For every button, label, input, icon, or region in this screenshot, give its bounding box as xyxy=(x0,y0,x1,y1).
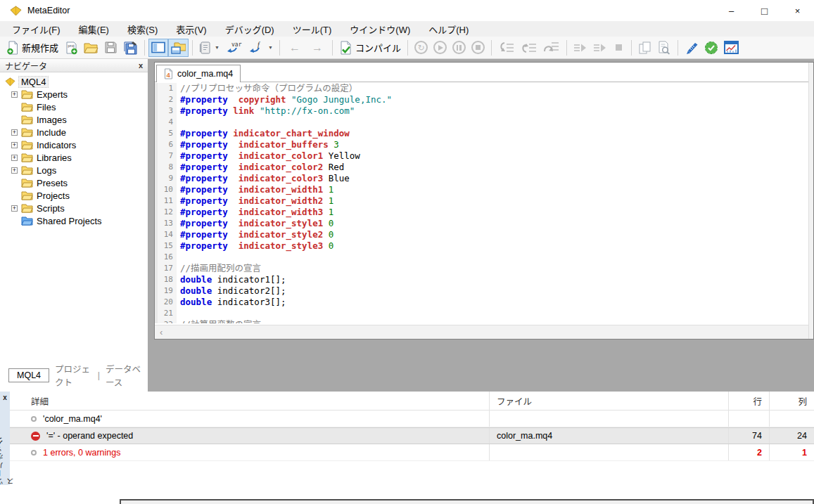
code-line[interactable]: 1//プリプロセッサ命令（プログラムの設定） xyxy=(155,83,808,94)
mql4-logo-icon xyxy=(5,77,15,86)
code-line[interactable]: 22//計算用変数の宣言 xyxy=(155,319,808,323)
expand-icon[interactable]: + xyxy=(11,129,18,136)
tree-item-include[interactable]: +Include xyxy=(0,126,148,138)
navigator-tab-mql4[interactable]: MQL4 xyxy=(8,368,49,382)
navigator-tab-プロジェクト[interactable]: プロジェクト xyxy=(49,362,98,389)
minimize-button[interactable]: – xyxy=(715,0,748,21)
expand-icon[interactable]: + xyxy=(11,205,18,212)
code-line[interactable]: 8#property indicator_color2 Red xyxy=(155,162,808,173)
menu-view[interactable]: 表示(V) xyxy=(167,21,215,37)
editor-tab-color-ma[interactable]: 4 color_ma.mq4 xyxy=(156,65,241,82)
expand-icon[interactable]: + xyxy=(11,155,18,161)
code-line[interactable]: 16 xyxy=(155,252,808,263)
code-line[interactable]: 11#property indicator_width2 1 xyxy=(155,195,808,207)
compile-button[interactable]: コンパイル xyxy=(336,39,404,57)
code-editor[interactable]: 1//プリプロセッサ命令（プログラムの設定）2#property copyrig… xyxy=(155,83,808,324)
code-text: #property indicator_chart_window xyxy=(177,128,350,139)
folder-icon xyxy=(21,127,33,137)
line-number: 7 xyxy=(158,150,177,162)
tree-item-libraries[interactable]: +Libraries xyxy=(0,151,148,164)
maximize-button[interactable]: □ xyxy=(748,0,781,21)
tree-item-projects[interactable]: Projects xyxy=(0,189,148,202)
open-file-button[interactable] xyxy=(81,39,101,57)
menu-search[interactable]: 検索(S) xyxy=(118,21,167,37)
code-line[interactable]: 10#property indicator_width1 1 xyxy=(155,184,808,195)
goto-function-button[interactable]: f ▼ xyxy=(246,39,276,57)
code-text: #property indicator_style3 0 xyxy=(177,240,333,252)
column-file: ファイル xyxy=(489,392,728,410)
code-token xyxy=(323,184,329,195)
tree-item-images[interactable]: Images xyxy=(0,113,148,126)
code-line[interactable]: 2#property copyright "Gogo Jungule,Inc." xyxy=(155,94,808,105)
toolbox-row[interactable]: 1 errors, 0 warnings21 xyxy=(10,444,814,461)
open-terminal-button[interactable] xyxy=(721,39,742,57)
tree-item-label: Projects xyxy=(37,190,70,201)
menu-help[interactable]: ヘルプ(H) xyxy=(419,21,478,37)
tree-item-scripts[interactable]: +Scripts xyxy=(0,202,148,214)
snippets-dropdown-button[interactable]: ▼ xyxy=(196,39,222,57)
tree-item-label: Files xyxy=(37,102,56,112)
tree-root-mql4[interactable]: MQL4 xyxy=(0,75,148,88)
code-line[interactable]: 9#property indicator_color3 Blue xyxy=(155,173,808,184)
code-line[interactable]: 13#property indicator_style1 0 xyxy=(155,218,808,229)
new-project-button[interactable]: proj xyxy=(61,39,81,57)
title-bar: MetaEditor – □ × xyxy=(0,0,814,21)
code-line[interactable]: 7#property indicator_color1 Yellow xyxy=(155,150,808,162)
toggle-toolbox-button[interactable] xyxy=(168,39,189,57)
styler-button[interactable] xyxy=(682,39,701,57)
code-line[interactable]: 4 xyxy=(155,117,808,128)
editor-horizontal-scrollbar[interactable]: ‹ xyxy=(155,325,808,339)
close-button[interactable]: × xyxy=(781,0,814,21)
menu-debug[interactable]: デバッグ(D) xyxy=(216,21,284,37)
scroll-left-arrow-icon[interactable]: ‹ xyxy=(160,327,163,337)
expand-icon[interactable]: + xyxy=(11,91,18,98)
editor-vertical-scrollbar[interactable] xyxy=(808,63,813,339)
code-line[interactable]: 6#property indicator_buffers 3 xyxy=(155,139,808,150)
tree-item-files[interactable]: Files xyxy=(0,101,148,113)
tree-item-presets[interactable]: Presets xyxy=(0,176,148,189)
code-line[interactable]: 18double indicator1[]; xyxy=(155,274,808,285)
menu-tools[interactable]: ツール(T) xyxy=(284,21,341,37)
menu-edit[interactable]: 編集(E) xyxy=(70,21,118,37)
new-file-button[interactable]: 新規作成 xyxy=(4,39,61,57)
code-line[interactable]: 5#property indicator_chart_window xyxy=(155,128,808,139)
code-token: indicator2[]; xyxy=(212,285,286,296)
breakpoint-toggle-button xyxy=(616,44,622,51)
code-line[interactable]: 12#property indicator_width3 1 xyxy=(155,207,808,218)
expand-icon[interactable]: + xyxy=(11,167,18,174)
code-token: double xyxy=(180,274,212,285)
editor-tab-strip: 4 color_ma.mq4 xyxy=(155,63,813,82)
code-line[interactable]: 17//描画用配列の宣言 xyxy=(155,263,808,274)
mql5-community-button[interactable] xyxy=(701,39,721,57)
toolbox-row[interactable]: 'color_ma.mq4' xyxy=(10,411,814,427)
save-all-button[interactable] xyxy=(120,39,141,57)
toggle-navigator-button[interactable] xyxy=(148,39,168,57)
code-line[interactable]: 21 xyxy=(155,308,808,319)
code-token xyxy=(323,240,329,251)
code-token xyxy=(228,150,239,161)
tree-item-logs[interactable]: +Logs xyxy=(0,164,148,176)
code-line[interactable]: 14#property indicator_style2 0 xyxy=(155,229,808,240)
toolbox-close-icon[interactable]: x xyxy=(3,394,7,401)
expand-icon[interactable]: + xyxy=(11,142,18,148)
toolbox-row[interactable]: '=' - operand expectedcolor_ma.mq47424 xyxy=(10,427,814,444)
code-line[interactable]: 19double indicator2[]; xyxy=(155,285,808,297)
errors-table-header: 詳細ファイル行列 xyxy=(10,392,814,411)
code-token: indicator_chart_window xyxy=(233,128,350,138)
code-token xyxy=(323,229,329,240)
code-line[interactable]: 20double indicator3[]; xyxy=(155,297,808,308)
tree-item-experts[interactable]: +Experts xyxy=(0,88,148,101)
folder-icon xyxy=(21,89,33,99)
menu-file[interactable]: ファイル(F) xyxy=(3,21,70,37)
code-line[interactable]: 3#property link "http://fx-on.com" xyxy=(155,105,808,117)
navigator-tab-データベース[interactable]: データベース xyxy=(100,362,148,389)
tree-item-indicators[interactable]: +Indicators xyxy=(0,138,148,151)
menu-window[interactable]: ウインドウ(W) xyxy=(341,21,419,37)
code-text xyxy=(177,252,180,263)
tree-item-shared-projects[interactable]: Shared Projects xyxy=(0,214,148,227)
goto-variable-button[interactable]: var xyxy=(222,39,246,57)
code-line[interactable]: 15#property indicator_style3 0 xyxy=(155,240,808,252)
svg-text:f: f xyxy=(257,41,260,49)
navigator-close-icon[interactable]: x xyxy=(139,61,143,70)
code-token: #property xyxy=(180,162,228,172)
